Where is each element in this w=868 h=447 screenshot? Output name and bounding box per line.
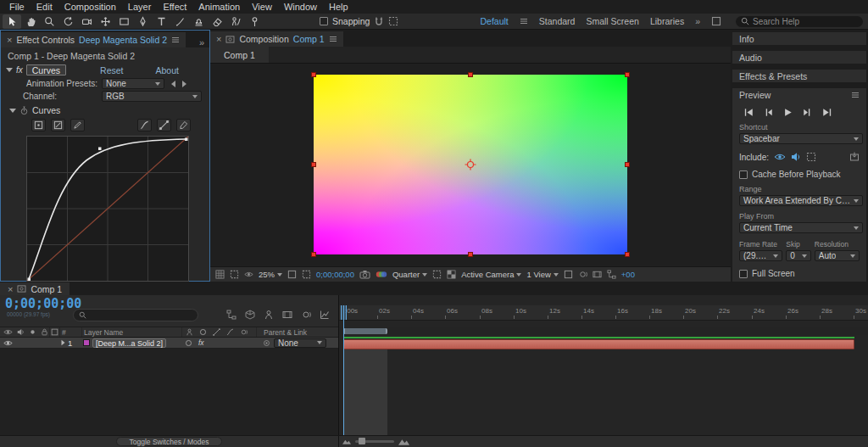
selection-handle[interactable] (311, 72, 316, 77)
tab-overflow-chevrons[interactable]: » (194, 37, 209, 47)
selection-handle[interactable] (625, 72, 630, 77)
stopwatch-icon[interactable] (20, 106, 28, 115)
effect-name-curves[interactable]: Curves (26, 64, 66, 75)
video-column-eye-icon[interactable] (3, 328, 13, 336)
expander-icon[interactable] (6, 68, 13, 72)
selection-handle[interactable] (625, 162, 630, 167)
layer-name[interactable]: [Deep M...a Solid 2] (92, 338, 166, 348)
viewer-tab-comp1[interactable]: Comp 1 (210, 47, 269, 63)
switches-shy-icon[interactable] (186, 328, 193, 336)
zoom-tool[interactable] (40, 14, 58, 29)
type-tool[interactable] (152, 14, 170, 29)
close-icon[interactable]: × (8, 284, 13, 294)
prev-preset-icon[interactable] (171, 81, 175, 87)
shortcut-dropdown[interactable]: Spacebar (739, 133, 863, 144)
rulers-icon[interactable] (287, 270, 297, 279)
parent-link-column-header[interactable]: Parent & Link (264, 328, 307, 337)
zoom-in-mountain-icon[interactable] (398, 438, 409, 445)
anchor-point-icon[interactable] (465, 159, 476, 170)
cache-before-playback-checkbox[interactable] (739, 170, 748, 179)
range-dropdown[interactable]: Work Area Extended By Current... (739, 195, 863, 206)
timeline-track-area[interactable]: :00s 02s 04s 06s 08s 10s 12s 14s 16s 18s… (339, 295, 868, 435)
menu-composition[interactable]: Composition (58, 0, 122, 14)
layer-fx-badge[interactable]: fx (198, 338, 204, 347)
layer-duration-bar[interactable] (343, 339, 854, 349)
curves-graph[interactable] (26, 136, 189, 282)
curve-auto-tool-icon[interactable] (51, 119, 65, 131)
layer-visibility-eye-icon[interactable] (3, 339, 13, 347)
region-of-interest-icon[interactable] (302, 270, 311, 279)
next-frame-button[interactable] (803, 108, 812, 117)
flowchart-icon[interactable] (607, 270, 616, 279)
last-frame-button[interactable] (822, 108, 832, 117)
zoom-out-mountain-icon[interactable] (342, 439, 351, 444)
toggle-switches-modes-button[interactable]: Toggle Switches / Modes (116, 437, 221, 446)
camera-view-dropdown[interactable]: Active Camera (461, 270, 521, 279)
hand-tool[interactable] (21, 14, 40, 29)
snap-features-icon[interactable] (388, 16, 398, 26)
info-panel-header[interactable]: Info (732, 32, 866, 45)
workspace-default[interactable]: Default (481, 16, 509, 26)
menu-file[interactable]: File (3, 0, 31, 14)
shape-tool[interactable] (114, 14, 133, 29)
grid-guides-icon[interactable] (215, 270, 225, 279)
timeline-empty-area[interactable] (0, 349, 338, 435)
transparency-grid-icon[interactable] (447, 270, 456, 279)
resolution-dropdown[interactable]: Quarter (392, 270, 427, 279)
layer-label-color-chip[interactable] (83, 339, 90, 346)
composition-tab[interactable]: × Composition Comp 1 (210, 31, 343, 47)
show-channel-icon[interactable] (376, 270, 387, 279)
timeline-tab-comp1[interactable]: × Comp 1 (0, 282, 70, 295)
curve-pencil-tool-icon[interactable] (70, 119, 85, 131)
roi-icon[interactable] (432, 270, 442, 279)
parent-dropdown[interactable]: None (274, 338, 326, 348)
rotate-tool[interactable] (58, 14, 77, 29)
puppet-pin-tool[interactable] (245, 14, 264, 29)
channel-dropdown[interactable]: RGB (102, 91, 202, 102)
camera-tool[interactable] (77, 14, 96, 29)
timeline-button-icon[interactable] (593, 270, 602, 279)
draft-3d-icon[interactable] (245, 310, 255, 320)
roto-brush-tool[interactable] (226, 14, 245, 29)
magnification-dropdown[interactable]: 25% (259, 270, 282, 279)
zoom-slider-thumb[interactable] (359, 438, 365, 444)
switches-blur-icon[interactable] (240, 328, 248, 336)
menu-effect[interactable]: Effect (157, 0, 192, 14)
panel-options-icon[interactable] (711, 16, 721, 26)
next-preset-icon[interactable] (182, 81, 186, 87)
selection-handle[interactable] (311, 162, 316, 167)
menu-view[interactable]: View (246, 0, 278, 14)
play-from-dropdown[interactable]: Current Time (739, 222, 863, 233)
work-area-bar[interactable] (343, 328, 387, 334)
fast-previews-icon[interactable] (578, 270, 587, 279)
graph-editor-icon[interactable] (320, 310, 330, 320)
menu-layer[interactable]: Layer (122, 0, 158, 14)
reset-link[interactable]: Reset (100, 65, 123, 75)
render-queue-icon[interactable] (849, 152, 860, 162)
full-screen-checkbox[interactable] (739, 270, 748, 278)
fx-badge[interactable]: fx (16, 65, 23, 75)
smooth-curve-icon[interactable] (137, 119, 152, 131)
menu-window[interactable]: Window (278, 0, 323, 14)
pen-tool[interactable] (133, 14, 152, 29)
panel-menu-icon[interactable] (171, 36, 180, 43)
panel-menu-icon[interactable] (329, 36, 337, 42)
audio-panel-header[interactable]: Audio (732, 51, 866, 64)
switches-effects-icon[interactable] (226, 328, 234, 336)
frame-blending-icon[interactable] (282, 310, 292, 320)
hide-shy-layers-icon[interactable] (264, 310, 274, 320)
preview-timecode[interactable]: 0;00;00;00 (316, 270, 354, 279)
animation-presets-dropdown[interactable]: None (102, 78, 164, 89)
resolution-dropdown-preview[interactable]: Auto (815, 250, 860, 261)
linear-curve-icon[interactable] (157, 119, 171, 131)
close-icon[interactable]: × (216, 34, 221, 44)
parent-pickwhip-icon[interactable] (263, 339, 270, 347)
expander-icon[interactable] (9, 109, 16, 113)
include-video-eye-icon[interactable] (774, 152, 786, 162)
current-time-indicator[interactable] (343, 305, 344, 435)
skip-dropdown[interactable]: 0 (786, 250, 811, 261)
layer-row-1[interactable]: 1 [Deep M...a Solid 2] fx None (0, 338, 338, 349)
search-help-input[interactable] (753, 17, 846, 26)
curve-point-tool-icon[interactable] (31, 119, 46, 131)
close-icon[interactable]: × (7, 35, 12, 45)
